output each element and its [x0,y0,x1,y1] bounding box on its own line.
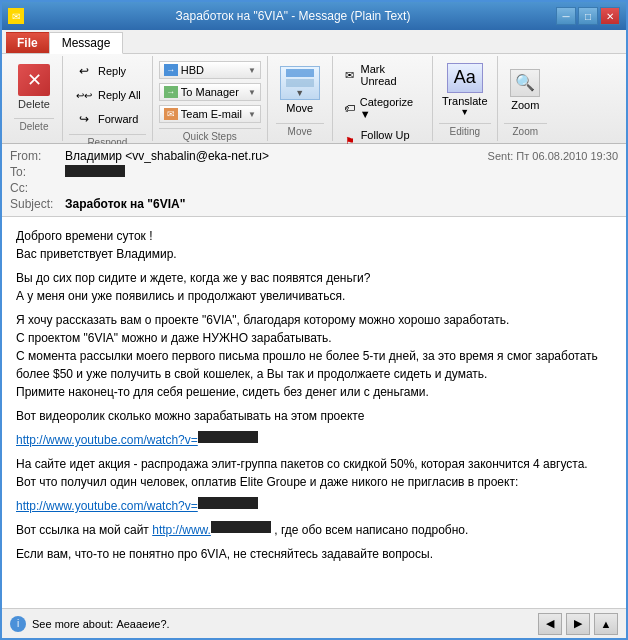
ribbon-group-move: ▼ Move Move [268,56,333,141]
to-row: To: [10,164,618,180]
ribbon-group-tags: ✉ Mark Unread 🏷 Categorize ▼ ⚑ Follow Up… [333,56,433,141]
editing-group-label: Editing [439,123,491,137]
delete-label: Delete [18,98,50,110]
main-window: ✉ Заработок на "6VIA" - Message (Plain T… [0,0,628,640]
status-buttons: ◀ ▶ ▲ [538,613,618,635]
body-para-5: Я хочу рассказать вам о проекте "6VIA", … [16,311,612,401]
body-link-1[interactable]: http://www.youtube.com/watch?v= [16,431,612,449]
ribbon-group-zoom: 🔍 Zoom Zoom [498,56,553,141]
sent-value: Пт 06.08.2010 19:30 [516,150,618,162]
ribbon: ✕ Delete Delete ↩ Reply ↩↩ Reply All ↪ F… [2,54,626,144]
qs-team-icon: ✉ [164,108,178,120]
quick-steps-group-label: Quick Steps [159,128,261,142]
translate-icon: Aa [447,63,483,93]
ribbon-group-quick-steps: → HBD ▼ → To Manager ▼ ✉ Team E-mail [153,56,268,141]
status-info-icon: i [10,616,26,632]
reply-icon: ↩ [74,63,94,79]
to-value [65,165,618,179]
delete-icon: ✕ [18,64,50,96]
from-row: From: Владимир <vv_shabalin@eka-net.ru> … [10,148,618,164]
qs-hbd[interactable]: → HBD ▼ [159,61,261,79]
body-link-3[interactable]: Вот ссылка на мой сайт http://www. , где… [16,521,612,539]
qs-team-arrow: ▼ [248,110,256,119]
mail-header: From: Владимир <vv_shabalin@eka-net.ru> … [2,144,626,217]
youtube-link-1[interactable]: http://www.youtube.com/watch?v= [16,433,258,447]
subject-label: Subject: [10,197,65,211]
move-icon: ▼ [280,66,320,100]
title-bar: ✉ Заработок на "6VIA" - Message (Plain T… [2,2,626,30]
from-label: From: [10,149,65,163]
subject-value: Заработок на "6VIA" [65,197,618,211]
status-text: See more about: Аеааеие?. [32,618,538,630]
categorize-icon: 🏷 [342,101,357,115]
link1-redacted [198,431,258,443]
reply-label: Reply [98,65,126,77]
tab-file[interactable]: File [6,32,49,53]
respond-buttons: ↩ Reply ↩↩ Reply All ↪ Forward [69,60,146,130]
tags-buttons: ✉ Mark Unread 🏷 Categorize ▼ ⚑ Follow Up… [339,60,426,156]
window-title: Заработок на "6VIA" - Message (Plain Tex… [30,9,556,23]
close-button[interactable]: ✕ [600,7,620,25]
mark-unread-button[interactable]: ✉ Mark Unread [339,60,426,90]
youtube-link-2[interactable]: http://www.youtube.com/watch?v= [16,499,258,513]
window-controls: ─ □ ✕ [556,7,620,25]
body-para-12: Если вам, что-то не понятно про 6VIA, не… [16,545,612,563]
qs-manager-label: To Manager [181,86,239,98]
tab-message[interactable]: Message [49,32,124,54]
zoom-button[interactable]: 🔍 Zoom [510,60,540,119]
status-bar: i See more about: Аеааеие?. ◀ ▶ ▲ [2,608,626,638]
body-link-2[interactable]: http://www.youtube.com/watch?v= [16,497,612,515]
zoom-group-label: Zoom [504,123,547,137]
qs-hbd-label: HBD [181,64,204,76]
quick-steps-list: → HBD ▼ → To Manager ▼ ✉ Team E-mail [159,60,261,124]
status-expand-btn[interactable]: ▲ [594,613,618,635]
to-redacted [65,165,125,177]
move-label: Move [286,102,313,114]
forward-button[interactable]: ↪ Forward [69,108,146,130]
forward-label: Forward [98,113,138,125]
minimize-button[interactable]: ─ [556,7,576,25]
to-label: To: [10,165,65,179]
maximize-button[interactable]: □ [578,7,598,25]
reply-all-button[interactable]: ↩↩ Reply All [69,84,146,106]
move-button[interactable]: ▼ Move [280,60,320,119]
ribbon-group-respond: ↩ Reply ↩↩ Reply All ↪ Forward Respond [63,56,153,141]
move-group-label: Move [276,123,324,137]
body-para-7: Вот видеоролик сколько можно зарабатыват… [16,407,612,425]
qs-hbd-icon: → [164,64,178,76]
ribbon-group-delete: ✕ Delete Delete [6,56,63,141]
app-icon: ✉ [8,8,24,24]
categorize-label: Categorize ▼ [360,96,423,120]
cc-row: Cc: [10,180,618,196]
qs-to-manager[interactable]: → To Manager ▼ [159,83,261,101]
link2-redacted [198,497,258,509]
translate-arrow: ▼ [460,107,469,117]
subject-row: Subject: Заработок на "6VIA" [10,196,618,212]
site-link[interactable]: http://www. [152,523,271,537]
qs-team-label: Team E-mail [181,108,242,120]
qs-manager-icon: → [164,86,178,98]
translate-label: Translate [442,95,487,107]
zoom-label: Zoom [511,99,539,111]
reply-all-label: Reply All [98,89,141,101]
from-value: Владимир <vv_shabalin@eka-net.ru> [65,149,488,163]
mark-unread-icon: ✉ [342,68,358,82]
body-para-9: На сайте идет акция - распродажа элит-гр… [16,455,612,491]
delete-group-label: Delete [14,118,54,132]
zoom-icon: 🔍 [510,69,540,97]
cc-label: Cc: [10,181,65,195]
delete-button[interactable]: ✕ Delete [14,60,54,114]
qs-team-email[interactable]: ✉ Team E-mail ▼ [159,105,261,123]
ribbon-tabs: File Message [2,30,626,54]
mail-body[interactable]: Доброго времени суток !Вас приветствует … [2,217,626,608]
qs-manager-arrow: ▼ [248,88,256,97]
reply-button[interactable]: ↩ Reply [69,60,146,82]
status-btn-2[interactable]: ▶ [566,613,590,635]
categorize-button[interactable]: 🏷 Categorize ▼ [339,93,426,123]
link3-redacted [211,521,271,533]
body-para-1: Доброго времени суток !Вас приветствует … [16,227,612,263]
translate-button[interactable]: Aa Translate ▼ [442,60,487,119]
body-para-3: Вы до сих пор сидите и ждете, когда же у… [16,269,612,305]
ribbon-group-editing: Aa Translate ▼ Editing [433,56,498,141]
status-btn-1[interactable]: ◀ [538,613,562,635]
